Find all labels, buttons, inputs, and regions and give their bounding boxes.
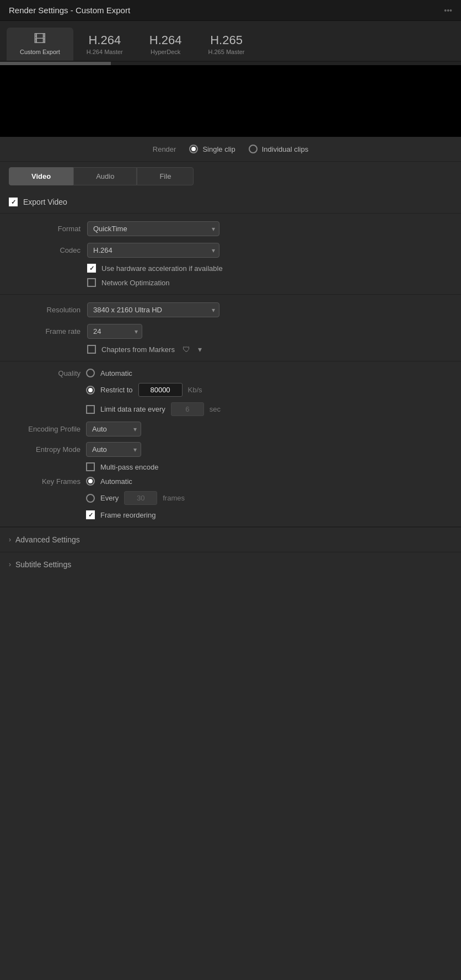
limit-data-rate-row: Limit data rate every sec [9,400,452,419]
subtitle-settings-label: Subtitle Settings [15,560,71,569]
quality-restrict-input[interactable] [138,383,183,397]
individual-clips-label: Individual clips [262,145,309,153]
hw-accel-row: Use hardware acceleration if available [87,261,452,275]
entropy-mode-dropdown-wrapper[interactable]: Auto [86,442,141,457]
limit-data-checkbox[interactable] [86,405,95,414]
single-clip-label: Single clip [202,145,235,153]
quality-restrict-row: Restrict to Kb/s [9,380,452,400]
chapters-checkbox[interactable] [87,345,96,354]
codec-label: Codec [9,246,81,254]
chapters-chevron-icon[interactable]: ▾ [198,345,202,354]
kbs-label: Kb/s [188,386,202,394]
individual-clips-radio-group[interactable]: Individual clips [249,145,309,153]
hw-accel-label: Use hardware acceleration if available [101,264,223,273]
keyframes-auto-row: Key Frames Automatic [9,474,452,488]
keyframes-auto-label: Automatic [100,477,132,486]
codec-dropdown-wrapper[interactable]: H.264 [87,243,219,258]
window-controls[interactable]: ••• [444,6,452,15]
preset-tab-h265-master-codec: H.265 [210,33,243,47]
preview-area [0,65,461,137]
format-select[interactable]: QuickTime [87,221,219,236]
preset-tab-custom-export-label: Custom Export [20,49,60,55]
framerate-select[interactable]: 24 [87,324,142,339]
sec-label: sec [210,405,221,413]
network-opt-label: Network Optimization [101,279,170,287]
entropy-mode-label: Entropy Mode [9,445,81,454]
codec-row: Codec H.264 [9,239,452,261]
multi-pass-row: Multi-pass encode [9,460,452,474]
preset-tabs: 🎞 Custom Export H.264 H.264 Master H.264… [0,21,461,62]
advanced-settings-header[interactable]: › Advanced Settings [0,527,461,552]
resolution-select[interactable]: 3840 x 2160 Ultra HD [87,302,219,317]
framerate-row: Frame rate 24 [9,321,452,342]
hw-accel-checkbox[interactable] [87,264,96,273]
framerate-content: 24 [87,324,452,339]
keyframes-label: Key Frames [9,477,81,486]
preset-tab-h264-master-label: H.264 Master [87,49,123,55]
tab-audio[interactable]: Audio [73,167,137,185]
resolution-row: Resolution 3840 x 2160 Ultra HD [9,299,452,321]
frame-reordering-checkbox[interactable] [86,510,95,519]
single-clip-radio[interactable] [189,145,198,153]
preset-tab-hyperdeck-label: HyperDeck [151,49,180,55]
keyframes-every-radio[interactable] [86,494,95,503]
single-clip-radio-group[interactable]: Single clip [189,145,235,153]
limit-data-label: Limit data rate every [100,405,165,413]
preset-tab-custom-export[interactable]: 🎞 Custom Export [7,28,73,61]
format-content: QuickTime [87,221,452,236]
format-label: Format [9,225,81,233]
framerate-label: Frame rate [9,327,81,335]
window-title: Render Settings - Custom Export [9,6,130,15]
keyframes-auto-radio[interactable] [86,477,95,486]
codec-content: H.264 [87,243,452,258]
entropy-mode-row: Entropy Mode Auto [9,439,452,460]
preset-tab-hyperdeck[interactable]: H.264 HyperDeck [136,29,195,61]
quality-automatic-radio[interactable] [86,369,95,377]
resolution-dropdown-wrapper[interactable]: 3840 x 2160 Ultra HD [87,302,219,317]
multi-pass-checkbox[interactable] [86,462,95,471]
render-options: Render Single clip Individual clips [0,137,461,162]
framerate-dropdown-wrapper[interactable]: 24 [87,324,142,339]
preset-tab-h264-master-codec: H.264 [88,33,121,47]
encoding-profile-label: Encoding Profile [9,425,81,433]
preset-tab-h264-master[interactable]: H.264 H.264 Master [73,29,136,61]
resolution-content: 3840 x 2160 Ultra HD [87,302,452,317]
quality-automatic-row: Quality Automatic [9,366,452,380]
codec-select[interactable]: H.264 [87,243,219,258]
export-video-checkbox[interactable] [9,198,18,206]
chapters-row: Chapters from Markers 🛡 ▾ [87,342,452,356]
keyframes-every-input[interactable] [124,491,157,505]
tab-file[interactable]: File [137,167,194,185]
title-bar: Render Settings - Custom Export ••• [0,0,461,21]
quality-label: Quality [9,369,81,377]
quality-section: Quality Automatic Restrict to Kb/s Limit… [0,361,461,527]
individual-clips-radio[interactable] [249,145,258,153]
preset-tab-h265-master[interactable]: H.265 H.265 Master [195,29,258,61]
limit-data-input[interactable] [171,402,204,416]
network-opt-checkbox[interactable] [87,278,96,287]
format-row: Format QuickTime [9,218,452,239]
format-dropdown-wrapper[interactable]: QuickTime [87,221,219,236]
frame-reordering-row: Frame reordering [9,508,452,522]
encoding-profile-row: Encoding Profile Auto [9,419,452,439]
film-icon: 🎞 [34,32,46,46]
subtitle-settings-header[interactable]: › Subtitle Settings [0,552,461,577]
entropy-mode-select[interactable]: Auto [86,442,141,457]
subtitle-settings-chevron: › [9,561,11,568]
keyframes-every-row: Every frames [9,488,452,508]
export-video-label: Export Video [23,198,67,206]
preset-tab-h265-master-label: H.265 Master [208,49,245,55]
format-section: Format QuickTime Codec H.264 Use hardwar… [0,214,461,295]
quality-restrict-label: Restrict to [100,386,133,394]
preset-tab-hyperdeck-codec: H.264 [149,33,182,47]
encoding-profile-dropdown-wrapper[interactable]: Auto [86,422,141,436]
network-opt-row: Network Optimization [87,275,452,290]
keyframes-unit: frames [163,494,185,502]
tab-video[interactable]: Video [9,167,73,185]
quality-restrict-radio[interactable] [86,386,95,395]
advanced-settings-label: Advanced Settings [15,535,80,544]
encoding-profile-select[interactable]: Auto [86,422,141,436]
multi-pass-label: Multi-pass encode [100,463,159,471]
frame-reordering-label: Frame reordering [100,511,156,519]
export-video-row: Export Video [0,191,461,214]
